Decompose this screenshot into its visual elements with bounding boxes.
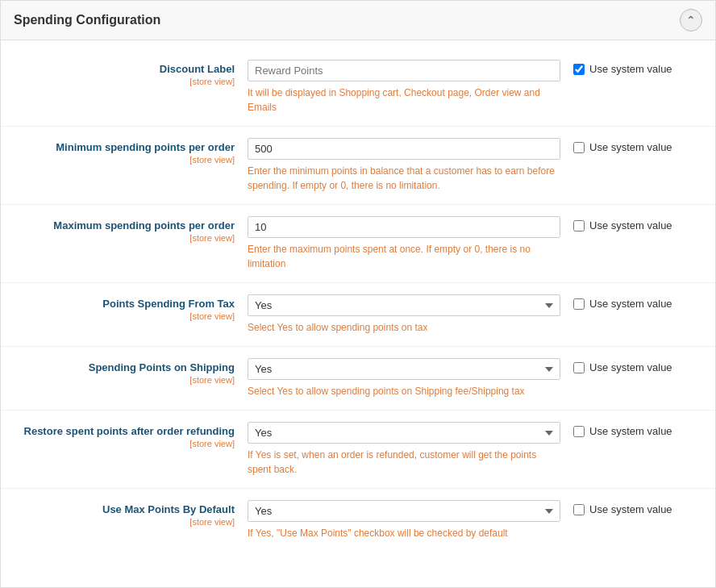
field-label-min-spending-points: Minimum spending points per order: [14, 141, 235, 153]
store-view-points-spending-from-tax: [store view]: [14, 311, 235, 321]
input-col-min-spending-points: Enter the minimum points in balance that…: [248, 138, 573, 193]
system-value-checkbox-min-spending-points[interactable]: [573, 142, 585, 153]
system-value-checkbox-max-spending-points[interactable]: [573, 220, 585, 231]
label-col-min-spending-points: Minimum spending points per order[store …: [14, 138, 248, 165]
system-value-col-max-spending-points: Use system value: [573, 216, 702, 231]
system-value-label-max-spending-points: Use system value: [589, 219, 672, 231]
field-select-restore-spent-points[interactable]: YesNo: [248, 422, 560, 444]
field-label-points-spending-from-tax: Points Spending From Tax: [14, 298, 235, 310]
panel-title: Spending Configuration: [14, 13, 160, 27]
input-col-spending-points-on-shipping: YesNoSelect Yes to allow spending points…: [248, 358, 573, 398]
store-view-restore-spent-points: [store view]: [14, 439, 235, 448]
spending-configuration-panel: Spending Configuration ⌃ Discount Label[…: [0, 0, 716, 588]
system-value-label-restore-spent-points: Use system value: [589, 425, 672, 437]
field-desc-discount-label: It will be displayed in Shopping cart, C…: [248, 85, 560, 115]
system-value-col-points-spending-from-tax: Use system value: [573, 294, 702, 310]
form-row-spending-points-on-shipping: Spending Points on Shipping[store view]Y…: [1, 347, 715, 411]
system-value-col-spending-points-on-shipping: Use system value: [573, 358, 702, 373]
form-row-max-spending-points: Maximum spending points per order[store …: [1, 205, 715, 283]
system-value-label-points-spending-from-tax: Use system value: [589, 298, 672, 310]
panel-header: Spending Configuration ⌃: [1, 1, 715, 40]
store-view-max-spending-points: [store view]: [14, 233, 235, 243]
store-view-discount-label: [store view]: [14, 77, 235, 86]
field-desc-min-spending-points: Enter the minimum points in balance that…: [248, 164, 560, 193]
field-input-min-spending-points[interactable]: [248, 138, 560, 160]
field-select-points-spending-from-tax[interactable]: YesNo: [248, 294, 560, 316]
label-col-max-spending-points: Maximum spending points per order[store …: [14, 216, 248, 243]
system-value-col-discount-label: Use system value: [573, 60, 702, 75]
label-col-points-spending-from-tax: Points Spending From Tax[store view]: [14, 294, 248, 321]
input-col-points-spending-from-tax: YesNoSelect Yes to allow spending points…: [248, 294, 573, 335]
label-col-use-max-points-by-default: Use Max Points By Default[store view]: [14, 500, 248, 527]
field-desc-restore-spent-points: If Yes is set, when an order is refunded…: [248, 448, 560, 477]
label-col-discount-label: Discount Label[store view]: [14, 60, 248, 86]
form-row-use-max-points-by-default: Use Max Points By Default[store view]Yes…: [1, 489, 715, 552]
input-col-restore-spent-points: YesNoIf Yes is set, when an order is ref…: [248, 422, 573, 477]
system-value-checkbox-spending-points-on-shipping[interactable]: [573, 362, 585, 373]
field-desc-points-spending-from-tax: Select Yes to allow spending points on t…: [248, 320, 560, 335]
form-row-restore-spent-points: Restore spent points after order refundi…: [1, 411, 715, 489]
store-view-use-max-points-by-default: [store view]: [14, 517, 235, 527]
field-desc-spending-points-on-shipping: Select Yes to allow spending points on S…: [248, 384, 560, 398]
system-value-label-use-max-points-by-default: Use system value: [589, 503, 672, 515]
label-col-spending-points-on-shipping: Spending Points on Shipping[store view]: [14, 358, 248, 385]
form-row-min-spending-points: Minimum spending points per order[store …: [1, 127, 715, 205]
form-row-points-spending-from-tax: Points Spending From Tax[store view]YesN…: [1, 283, 715, 347]
system-value-col-min-spending-points: Use system value: [573, 138, 702, 153]
field-label-restore-spent-points: Restore spent points after order refundi…: [14, 425, 235, 437]
system-value-label-min-spending-points: Use system value: [589, 141, 672, 153]
system-value-label-discount-label: Use system value: [589, 63, 672, 75]
field-desc-max-spending-points: Enter the maximum points spent at once. …: [248, 242, 560, 271]
label-col-restore-spent-points: Restore spent points after order refundi…: [14, 422, 248, 448]
panel-body: Discount Label[store view]It will be dis…: [1, 40, 715, 560]
field-input-discount-label[interactable]: [248, 60, 560, 81]
input-col-use-max-points-by-default: YesNoIf Yes, "Use Max Points" checkbox w…: [248, 500, 573, 540]
field-desc-use-max-points-by-default: If Yes, "Use Max Points" checkbox will b…: [248, 526, 560, 540]
input-col-max-spending-points: Enter the maximum points spent at once. …: [248, 216, 573, 271]
system-value-col-restore-spent-points: Use system value: [573, 422, 702, 437]
field-label-spending-points-on-shipping: Spending Points on Shipping: [14, 361, 235, 373]
system-value-checkbox-points-spending-from-tax[interactable]: [573, 298, 585, 310]
system-value-col-use-max-points-by-default: Use system value: [573, 500, 702, 515]
field-label-use-max-points-by-default: Use Max Points By Default: [14, 503, 235, 515]
store-view-spending-points-on-shipping: [store view]: [14, 375, 235, 385]
field-select-spending-points-on-shipping[interactable]: YesNo: [248, 358, 560, 380]
form-row-discount-label: Discount Label[store view]It will be dis…: [1, 48, 715, 127]
field-label-discount-label: Discount Label: [14, 63, 235, 75]
system-value-label-spending-points-on-shipping: Use system value: [589, 361, 672, 373]
system-value-checkbox-discount-label[interactable]: [573, 64, 585, 75]
field-input-max-spending-points[interactable]: [248, 216, 560, 238]
system-value-checkbox-use-max-points-by-default[interactable]: [573, 504, 585, 515]
field-select-use-max-points-by-default[interactable]: YesNo: [248, 500, 560, 522]
system-value-checkbox-restore-spent-points[interactable]: [573, 426, 585, 437]
input-col-discount-label: It will be displayed in Shopping cart, C…: [248, 60, 573, 115]
store-view-min-spending-points: [store view]: [14, 155, 235, 165]
collapse-button[interactable]: ⌃: [680, 9, 702, 31]
field-label-max-spending-points: Maximum spending points per order: [14, 219, 235, 231]
